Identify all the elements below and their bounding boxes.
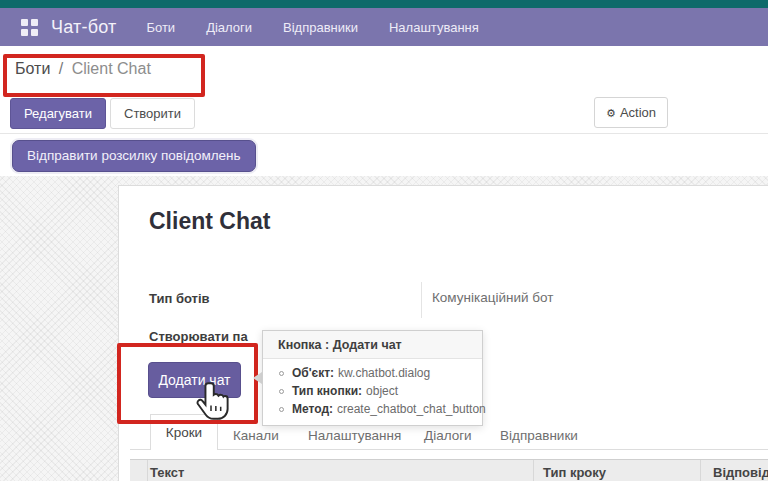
- nav-menu: Боти Діалоги Відправники Налаштування: [146, 20, 478, 35]
- nav-item-senders[interactable]: Відправники: [283, 20, 358, 35]
- column-divider: [700, 460, 701, 481]
- tooltip-button-type-label: Тип кнопки:: [292, 384, 362, 398]
- tooltip-row-object: Об'єкт: kw.chatbot.dialog: [279, 366, 474, 380]
- field-label-create-partial: Створювати па: [149, 329, 248, 344]
- tooltip-object-value: kw.chatbot.dialog: [338, 366, 430, 380]
- tooltip-row-button-type: Тип кнопки: object: [279, 384, 474, 398]
- apps-grid-icon[interactable]: [21, 19, 38, 36]
- breadcrumb: Боти / Client Chat: [15, 60, 151, 78]
- tab-settings[interactable]: Налаштування: [308, 428, 401, 443]
- tooltip-body: Об'єкт: kw.chatbot.dialog Тип кнопки: ob…: [263, 359, 482, 416]
- main-navbar: Чат-бот Боти Діалоги Відправники Налашту…: [0, 8, 768, 46]
- steps-table-header: Текст Тип кроку Відповідь: [130, 459, 768, 481]
- tab-steps[interactable]: Кроки: [150, 414, 218, 450]
- action-button-label: Action: [620, 105, 656, 120]
- tab-senders[interactable]: Відправники: [500, 428, 578, 443]
- app-title[interactable]: Чат-бот: [51, 17, 116, 38]
- button-tooltip: Кнопка : Додати чат Об'єкт: kw.chatbot.d…: [262, 330, 483, 426]
- tooltip-row-method: Метод: create_chatbot_chat_button: [279, 402, 474, 416]
- field-value-bot-type[interactable]: Комунікаційний бот: [432, 290, 553, 305]
- breadcrumb-parent[interactable]: Боти: [15, 60, 50, 77]
- gear-icon: ⚙: [606, 107, 616, 119]
- tooltip-button-type-value: object: [366, 384, 398, 398]
- field-label-bot-type: Тип ботів: [149, 291, 210, 306]
- breadcrumb-current: Client Chat: [72, 60, 151, 77]
- statusbar: Відправити розсилку повідомлень: [0, 134, 768, 176]
- table-header-answer[interactable]: Відповідь: [713, 460, 768, 481]
- nav-item-dialogs[interactable]: Діалоги: [206, 20, 252, 35]
- circle-bullet-icon: [279, 371, 284, 376]
- tab-channels[interactable]: Канали: [233, 428, 279, 443]
- table-header-text[interactable]: Текст: [150, 460, 184, 481]
- table-handle-column: [130, 460, 148, 481]
- add-chat-button[interactable]: Додати чат: [148, 362, 241, 398]
- tooltip-arrow: [253, 372, 262, 384]
- tooltip-method-value: create_chatbot_chat_button: [337, 402, 486, 416]
- tooltip-object-label: Об'єкт:: [292, 366, 334, 380]
- edit-button[interactable]: Редагувати: [10, 98, 106, 129]
- broadcast-button[interactable]: Відправити розсилку повідомлень: [12, 140, 256, 172]
- record-title: Client Chat: [149, 208, 270, 235]
- app-window: Чат-бот Боти Діалоги Відправники Налашту…: [0, 0, 768, 481]
- field-divider: [421, 282, 422, 318]
- breadcrumb-row: Боти / Client Chat: [0, 46, 768, 96]
- column-divider: [533, 460, 534, 481]
- action-button[interactable]: ⚙Action: [594, 97, 668, 128]
- tab-dialogs[interactable]: Діалоги: [424, 428, 472, 443]
- tooltip-method-label: Метод:: [292, 402, 333, 416]
- browser-top-strip: [0, 0, 768, 8]
- breadcrumb-separator: /: [59, 60, 63, 77]
- tooltip-title: Кнопка : Додати чат: [263, 331, 482, 359]
- tabs-bottom-border: [130, 449, 768, 450]
- nav-item-bots[interactable]: Боти: [146, 20, 175, 35]
- nav-item-settings[interactable]: Налаштування: [389, 20, 479, 35]
- create-button[interactable]: Створити: [110, 98, 195, 129]
- table-header-step-type[interactable]: Тип кроку: [543, 460, 606, 481]
- circle-bullet-icon: [279, 389, 284, 394]
- circle-bullet-icon: [279, 407, 284, 412]
